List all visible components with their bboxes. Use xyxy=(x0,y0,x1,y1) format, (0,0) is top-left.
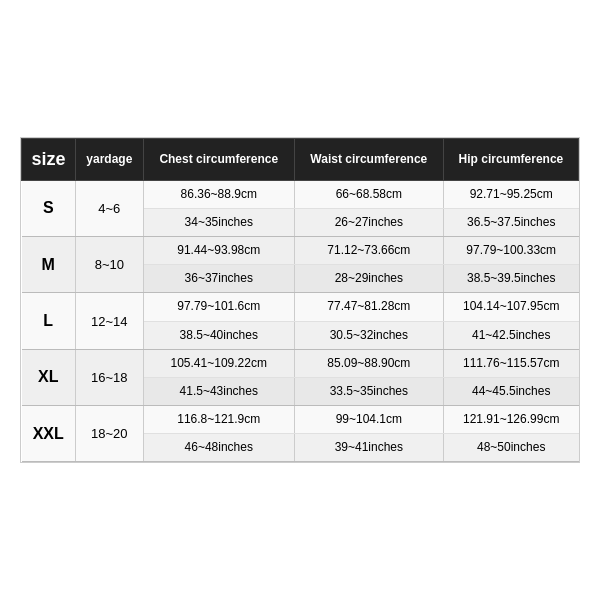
table-row: XXL 18~20 116.8~121.9cm 99~104.1cm 121.9… xyxy=(22,406,579,434)
header-size: size xyxy=(22,138,76,180)
chest-inches: 36~37inches xyxy=(143,265,294,293)
size-chart-table: size yardage Chest circumference Waist c… xyxy=(21,138,579,463)
waist-cm: 66~68.58cm xyxy=(294,180,443,208)
yardage-label: 18~20 xyxy=(75,406,143,462)
waist-inches: 28~29inches xyxy=(294,265,443,293)
hip-cm: 104.14~107.95cm xyxy=(443,293,578,321)
yardage-label: 8~10 xyxy=(75,236,143,292)
table-row: XL 16~18 105.41~109.22cm 85.09~88.90cm 1… xyxy=(22,349,579,377)
waist-cm: 77.47~81.28cm xyxy=(294,293,443,321)
hip-cm: 97.79~100.33cm xyxy=(443,236,578,264)
chest-inches: 34~35inches xyxy=(143,208,294,236)
hip-inches: 48~50inches xyxy=(443,434,578,462)
waist-inches: 33.5~35inches xyxy=(294,377,443,405)
waist-cm: 85.09~88.90cm xyxy=(294,349,443,377)
size-chart-wrapper: size yardage Chest circumference Waist c… xyxy=(20,137,580,464)
hip-cm: 111.76~115.57cm xyxy=(443,349,578,377)
size-label: S xyxy=(22,180,76,236)
size-label: M xyxy=(22,236,76,292)
chest-inches: 38.5~40inches xyxy=(143,321,294,349)
table-header-row: size yardage Chest circumference Waist c… xyxy=(22,138,579,180)
hip-inches: 41~42.5inches xyxy=(443,321,578,349)
waist-inches: 26~27inches xyxy=(294,208,443,236)
yardage-label: 16~18 xyxy=(75,349,143,405)
chest-inches: 41.5~43inches xyxy=(143,377,294,405)
hip-inches: 44~45.5inches xyxy=(443,377,578,405)
yardage-label: 12~14 xyxy=(75,293,143,349)
hip-cm: 92.71~95.25cm xyxy=(443,180,578,208)
chest-inches: 46~48inches xyxy=(143,434,294,462)
waist-cm: 71.12~73.66cm xyxy=(294,236,443,264)
size-label: XXL xyxy=(22,406,76,462)
hip-inches: 36.5~37.5inches xyxy=(443,208,578,236)
waist-inches: 30.5~32inches xyxy=(294,321,443,349)
table-row: S 4~6 86.36~88.9cm 66~68.58cm 92.71~95.2… xyxy=(22,180,579,208)
header-hip: Hip circumference xyxy=(443,138,578,180)
header-chest: Chest circumference xyxy=(143,138,294,180)
table-row: M 8~10 91.44~93.98cm 71.12~73.66cm 97.79… xyxy=(22,236,579,264)
waist-cm: 99~104.1cm xyxy=(294,406,443,434)
chest-cm: 116.8~121.9cm xyxy=(143,406,294,434)
yardage-label: 4~6 xyxy=(75,180,143,236)
chest-cm: 97.79~101.6cm xyxy=(143,293,294,321)
waist-inches: 39~41inches xyxy=(294,434,443,462)
chest-cm: 91.44~93.98cm xyxy=(143,236,294,264)
size-label: XL xyxy=(22,349,76,405)
header-yardage: yardage xyxy=(75,138,143,180)
chest-cm: 105.41~109.22cm xyxy=(143,349,294,377)
hip-inches: 38.5~39.5inches xyxy=(443,265,578,293)
hip-cm: 121.91~126.99cm xyxy=(443,406,578,434)
size-label: L xyxy=(22,293,76,349)
header-waist: Waist circumference xyxy=(294,138,443,180)
chest-cm: 86.36~88.9cm xyxy=(143,180,294,208)
table-row: L 12~14 97.79~101.6cm 77.47~81.28cm 104.… xyxy=(22,293,579,321)
